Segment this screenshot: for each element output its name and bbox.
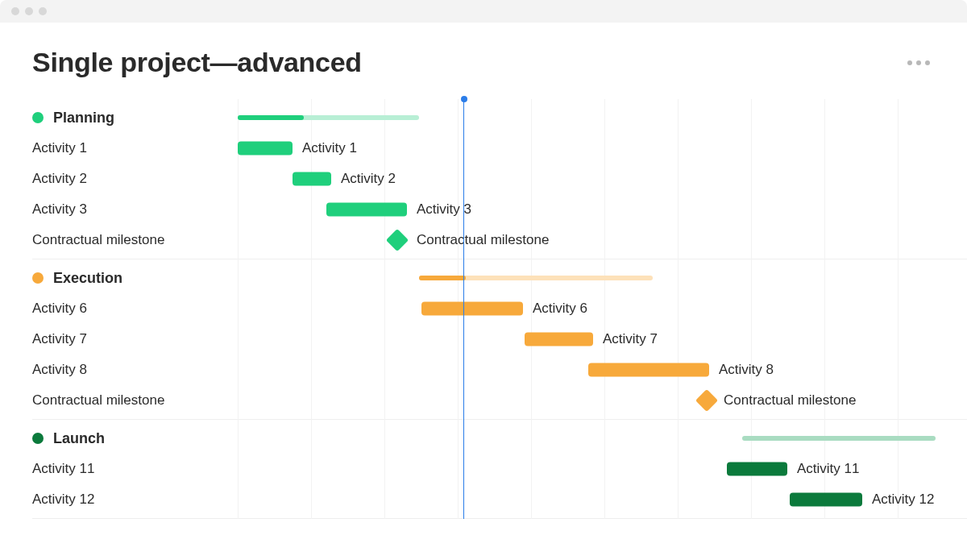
task-bar[interactable] — [790, 493, 862, 507]
gantt-group: ExecutionActivity 6Activity 6Activity 7A… — [32, 259, 967, 420]
ellipsis-icon — [907, 60, 912, 65]
gantt-row: Contractual milestoneContractual milesto… — [32, 385, 967, 416]
task-bar[interactable] — [525, 333, 593, 346]
gantt-row: Activity 11Activity 11 — [32, 454, 967, 484]
gantt-row: Activity 1Activity 1 — [32, 133, 967, 164]
task-bar-label: Activity 7 — [603, 331, 658, 347]
task-bar-area: Activity 6 — [238, 293, 967, 324]
group-color-dot-icon — [32, 112, 44, 123]
milestone-diamond-icon[interactable] — [695, 389, 718, 412]
task-label[interactable]: Activity 6 — [32, 301, 238, 317]
task-bar[interactable] — [727, 463, 787, 476]
group-name-text: Launch — [53, 430, 105, 447]
task-bar[interactable] — [293, 172, 331, 186]
window-titlebar — [0, 0, 967, 23]
gantt-row: Activity 7Activity 7 — [32, 324, 967, 355]
task-bar-label: Activity 2 — [341, 171, 396, 187]
task-bar[interactable] — [238, 142, 293, 156]
group-name-text: Execution — [53, 270, 122, 287]
more-options-button[interactable] — [903, 56, 935, 70]
summary-bar-progress — [419, 276, 466, 280]
group-name-text: Planning — [53, 110, 114, 127]
group-label: Launch — [32, 430, 238, 447]
task-label[interactable]: Activity 3 — [32, 201, 238, 218]
ellipsis-icon — [916, 60, 921, 65]
group-color-dot-icon — [32, 272, 44, 284]
group-summary-bar-area — [238, 102, 967, 133]
task-bar-area: Activity 2 — [238, 164, 967, 194]
window-min-dot[interactable] — [25, 7, 33, 15]
group-summary-bar-area — [238, 423, 967, 454]
task-bar-label: Activity 3 — [417, 201, 471, 218]
gantt-row: Activity 2Activity 2 — [32, 164, 967, 194]
task-bar-area: Activity 7 — [238, 324, 967, 355]
task-bar-area: Contractual milestone — [238, 225, 967, 255]
task-label[interactable]: Contractual milestone — [32, 232, 238, 248]
summary-bar-progress — [238, 115, 304, 120]
gantt-group: PlanningActivity 1Activity 1Activity 2Ac… — [32, 99, 967, 259]
gantt-chart: PlanningActivity 1Activity 1Activity 2Ac… — [0, 99, 967, 519]
task-bar[interactable] — [421, 302, 523, 316]
task-bar-area: Activity 1 — [238, 133, 967, 164]
task-bar-label: Activity 12 — [872, 492, 934, 508]
group-color-dot-icon — [32, 433, 44, 444]
page-header: Single project—advanced — [0, 23, 967, 99]
task-bar-label: Contractual milestone — [417, 232, 549, 248]
window-close-dot[interactable] — [11, 7, 19, 15]
task-bar-area: Activity 11 — [238, 454, 967, 484]
gantt-group-header[interactable]: Planning — [32, 102, 967, 133]
task-label[interactable]: Activity 1 — [32, 140, 238, 156]
task-label[interactable]: Contractual milestone — [32, 392, 238, 409]
milestone-diamond-icon[interactable] — [386, 229, 409, 251]
task-bar-area: Activity 12 — [238, 484, 967, 515]
gantt-row: Activity 12Activity 12 — [32, 484, 967, 515]
task-bar-label: Contractual milestone — [724, 392, 856, 409]
gantt-group-header[interactable]: Execution — [32, 263, 967, 293]
gantt-group-header[interactable]: Launch — [32, 423, 967, 454]
group-label: Execution — [32, 270, 238, 287]
summary-bar-total[interactable] — [742, 436, 936, 441]
task-bar-area: Activity 8 — [238, 355, 967, 385]
group-label: Planning — [32, 110, 238, 127]
task-bar-label: Activity 6 — [533, 301, 587, 317]
group-summary-bar-area — [238, 263, 967, 293]
gantt-row: Activity 3Activity 3 — [32, 194, 967, 225]
task-label[interactable]: Activity 12 — [32, 492, 238, 508]
gantt-row: Contractual milestoneContractual milesto… — [32, 225, 967, 255]
task-bar[interactable] — [326, 203, 407, 217]
gantt-row: Activity 8Activity 8 — [32, 355, 967, 385]
task-label[interactable]: Activity 8 — [32, 362, 238, 378]
task-label[interactable]: Activity 2 — [32, 171, 238, 187]
task-bar-area: Contractual milestone — [238, 385, 967, 416]
task-label[interactable]: Activity 11 — [32, 461, 238, 477]
page-title: Single project—advanced — [32, 47, 362, 78]
task-bar[interactable] — [588, 363, 709, 377]
task-bar-label: Activity 11 — [797, 461, 859, 477]
task-bar-label: Activity 1 — [302, 140, 357, 156]
ellipsis-icon — [925, 60, 930, 65]
task-bar-area: Activity 3 — [238, 194, 967, 225]
window-max-dot[interactable] — [39, 7, 47, 15]
task-bar-label: Activity 8 — [719, 362, 774, 378]
gantt-group: LaunchActivity 11Activity 11Activity 12A… — [32, 420, 967, 519]
gantt-row: Activity 6Activity 6 — [32, 293, 967, 324]
task-label[interactable]: Activity 7 — [32, 331, 238, 347]
